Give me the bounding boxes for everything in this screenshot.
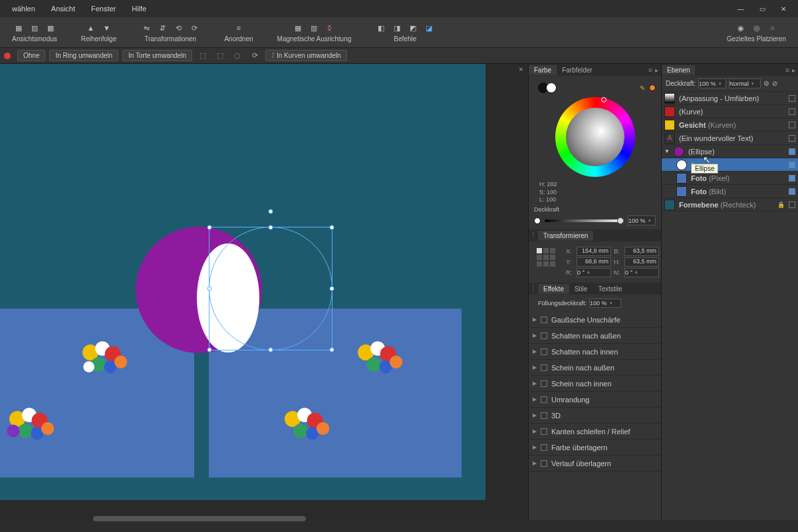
- target-1-icon[interactable]: ◉: [735, 22, 747, 34]
- target-2-icon[interactable]: ◎: [751, 22, 763, 34]
- swatch-recent[interactable]: [649, 84, 656, 91]
- canvas-area[interactable]: ×: [0, 64, 528, 532]
- panel-collapse-icon[interactable]: ▸: [655, 66, 658, 74]
- layer-item[interactable]: Foto (Pixel): [662, 172, 798, 185]
- transform-r-input[interactable]: 0 °: [577, 268, 611, 277]
- visibility-toggle[interactable]: [789, 148, 795, 155]
- convert-curves-button[interactable]: ⤴ In Kurven umwandeln: [265, 50, 347, 61]
- fx-checkbox[interactable]: [541, 317, 547, 323]
- fx-checkbox[interactable]: [541, 460, 547, 467]
- visibility-toggle[interactable]: [789, 135, 795, 142]
- minimize-icon[interactable]: —: [732, 2, 750, 15]
- cmd-1-icon[interactable]: ◧: [375, 22, 387, 34]
- fx-grad-overlay[interactable]: ▶Verlauf überlagern: [529, 456, 661, 471]
- view-grid-icon[interactable]: ▩: [45, 22, 57, 34]
- align-icon[interactable]: ≡: [233, 22, 245, 34]
- document-canvas[interactable]: [0, 64, 485, 500]
- target-3-icon[interactable]: ○: [767, 22, 779, 34]
- blend-mode-select[interactable]: Normal: [729, 78, 761, 88]
- panel-collapse-icon[interactable]: ▸: [792, 66, 795, 74]
- color-wheel[interactable]: [555, 97, 635, 177]
- snap-grid-icon[interactable]: ▦: [292, 22, 304, 34]
- transform-w-input[interactable]: 63,5 mm: [624, 247, 659, 256]
- visibility-toggle[interactable]: [789, 122, 795, 128]
- transform-y-input[interactable]: 68,6 mm: [577, 257, 611, 267]
- hue-marker-icon[interactable]: [601, 97, 606, 102]
- flip-v-icon[interactable]: ⇵: [156, 22, 168, 34]
- transform-n-input[interactable]: 0 °: [624, 268, 659, 277]
- cmd-4-icon[interactable]: ◪: [423, 22, 435, 34]
- expand-toggle-icon[interactable]: ▼: [664, 148, 670, 154]
- order-front-icon[interactable]: ▲: [85, 22, 97, 34]
- eyedropper-icon[interactable]: ✎: [640, 84, 645, 92]
- layer-item[interactable]: A (Ein wundervoller Text): [662, 132, 798, 145]
- fx-inner-glow[interactable]: ▶Schein nach innen: [529, 376, 661, 392]
- fx-outer-shadow[interactable]: ▶Schatten nach außen: [529, 328, 661, 344]
- lock-icon[interactable]: ⊘: [772, 80, 777, 87]
- fx-color-overlay[interactable]: ▶Farbe überlagern: [529, 440, 661, 456]
- horizontal-scrollbar[interactable]: [93, 516, 306, 521]
- fx-bevel[interactable]: ▶Kanten schleifen / Relief: [529, 424, 661, 440]
- ctx-icon-1[interactable]: ⬚: [196, 49, 209, 63]
- rotate-l-icon[interactable]: ⟲: [172, 22, 184, 34]
- layer-item[interactable]: (Kurve): [662, 105, 798, 118]
- panel-menu-icon[interactable]: ≡: [785, 66, 789, 74]
- convert-pie-button[interactable]: In Torte umwandeln: [122, 50, 192, 61]
- anchor-grid[interactable]: [537, 248, 555, 267]
- layer-item[interactable]: ☺ Gesicht (Kurven): [662, 118, 798, 132]
- layer-opacity-input[interactable]: 100 %: [698, 78, 726, 88]
- ctx-icon-3[interactable]: ◌: [231, 49, 244, 63]
- tab-color[interactable]: Farbe: [529, 65, 557, 75]
- flip-h-icon[interactable]: ⇋: [140, 22, 152, 34]
- convert-ring-button[interactable]: In Ring umwandeln: [49, 50, 118, 61]
- cmd-3-icon[interactable]: ◩: [407, 22, 419, 34]
- fx-checkbox[interactable]: [541, 428, 547, 435]
- transform-h-input[interactable]: 63,5 mm: [624, 257, 659, 267]
- fx-checkbox[interactable]: [541, 444, 547, 451]
- fill-opacity-input[interactable]: 100 %: [589, 299, 621, 308]
- document-close-icon[interactable]: ×: [519, 65, 523, 73]
- fx-outer-glow[interactable]: ▶Schein nach außen: [529, 360, 661, 376]
- close-icon[interactable]: ✕: [774, 2, 793, 15]
- tab-effects[interactable]: Effekte: [538, 284, 569, 294]
- tab-styles[interactable]: Stile: [569, 284, 593, 294]
- menu-help[interactable]: Hilfe: [125, 2, 153, 15]
- order-back-icon[interactable]: ▼: [101, 22, 113, 34]
- fx-checkbox[interactable]: [541, 332, 547, 339]
- fx-checkbox[interactable]: [541, 412, 547, 419]
- tab-transform[interactable]: Transformieren: [538, 231, 593, 241]
- fx-gaussian-blur[interactable]: ▶Gaußsche Unschärfe: [529, 312, 661, 328]
- layer-item-ellipse-parent[interactable]: ▼ (Ellipse): [662, 145, 798, 158]
- visibility-toggle[interactable]: [789, 201, 795, 208]
- lock-icon[interactable]: 🔒: [777, 201, 785, 208]
- ctx-icon-2[interactable]: ⬚: [213, 49, 227, 63]
- layer-item[interactable]: (Anpassung - Umfärben): [662, 92, 798, 105]
- opacity-slider[interactable]: [545, 219, 624, 222]
- layer-item[interactable]: Foto (Bild): [662, 185, 798, 198]
- visibility-toggle[interactable]: [789, 188, 795, 195]
- rotate-r-icon[interactable]: ⟳: [188, 22, 200, 34]
- opacity-input[interactable]: 100 %: [628, 215, 656, 225]
- transform-x-input[interactable]: 154,9 mm: [577, 247, 611, 256]
- visibility-toggle[interactable]: [789, 162, 795, 168]
- snap-guides-icon[interactable]: ▥: [308, 22, 320, 34]
- panel-menu-icon[interactable]: ≡: [648, 66, 652, 74]
- layer-item-ellipse-child[interactable]: ( ↖ Ellipse: [662, 158, 798, 172]
- visibility-toggle[interactable]: [789, 175, 795, 182]
- convert-none-button[interactable]: Ohne: [17, 50, 45, 61]
- tab-layers[interactable]: Ebenen: [662, 65, 695, 75]
- menu-select[interactable]: wählen: [5, 2, 42, 15]
- layer-item[interactable]: Formebene (Rechteck) 🔒: [662, 198, 798, 211]
- snap-magnet-icon[interactable]: ⧲: [324, 22, 336, 34]
- ctx-icon-4[interactable]: ⟳: [248, 49, 261, 63]
- fx-outline[interactable]: ▶Umrandung: [529, 392, 661, 408]
- maximize-icon[interactable]: ▭: [753, 2, 771, 15]
- fx-3d[interactable]: ▶3D: [529, 408, 661, 424]
- gear-icon[interactable]: ⚙: [763, 80, 769, 87]
- view-single-icon[interactable]: ▦: [13, 22, 25, 34]
- menu-view[interactable]: Ansicht: [45, 2, 82, 15]
- tab-swatches[interactable]: Farbfelder: [557, 65, 598, 75]
- menu-window[interactable]: Fenster: [84, 2, 122, 15]
- fx-checkbox[interactable]: [541, 364, 547, 371]
- visibility-toggle[interactable]: [789, 95, 795, 102]
